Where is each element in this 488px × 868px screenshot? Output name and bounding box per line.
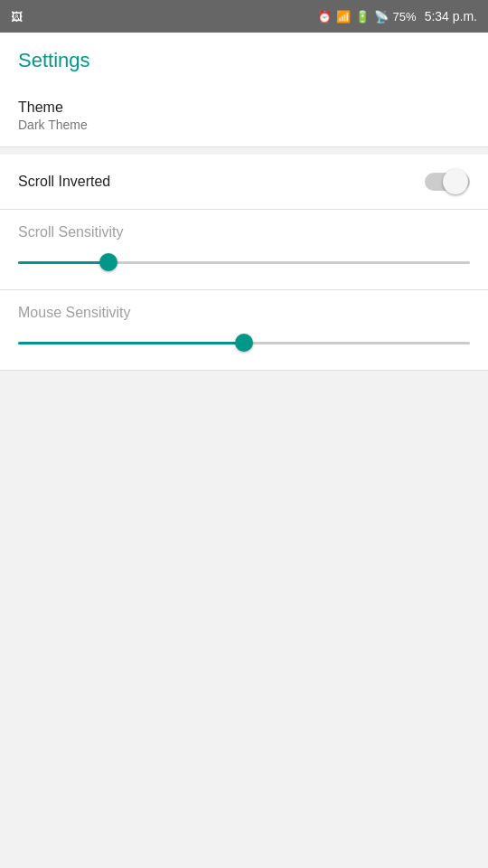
- battery-percent: 75%: [393, 10, 417, 24]
- scroll-inverted-row: Scroll Inverted: [0, 155, 488, 210]
- theme-section[interactable]: Theme Dark Theme: [0, 85, 488, 147]
- image-icon: 🖼: [11, 10, 23, 24]
- theme-value: Dark Theme: [18, 118, 470, 132]
- mouse-sensitivity-track-fill: [18, 342, 244, 344]
- mouse-sensitivity-slider-container: [18, 334, 470, 352]
- status-bar: 🖼 ⏰ 📶 🔋 📡 75% 5:34 p.m.: [0, 0, 488, 33]
- toggle-thumb: [443, 169, 468, 194]
- status-time: 5:34 p.m.: [425, 9, 477, 24]
- scroll-sensitivity-slider-container: [18, 253, 470, 271]
- status-right-icons: ⏰ 📶 🔋 📡 75% 5:34 p.m.: [317, 9, 477, 24]
- mouse-sensitivity-label: Mouse Sensitivity: [18, 305, 470, 321]
- app-bar: Settings: [0, 33, 488, 85]
- theme-label: Theme: [18, 99, 470, 116]
- scroll-inverted-toggle[interactable]: [425, 169, 470, 194]
- scroll-sensitivity-thumb[interactable]: [99, 253, 117, 271]
- status-left-icons: 🖼: [11, 10, 23, 24]
- theme-item[interactable]: Theme Dark Theme: [0, 85, 488, 146]
- scroll-sensitivity-track-fill: [18, 261, 108, 264]
- alarm-icon: ⏰: [317, 10, 332, 24]
- mouse-sensitivity-row: Mouse Sensitivity: [0, 290, 488, 371]
- page-title: Settings: [18, 49, 470, 72]
- signal-icon: 📡: [374, 10, 389, 24]
- scroll-inverted-label: Scroll Inverted: [18, 174, 110, 190]
- scroll-sensitivity-label: Scroll Sensitivity: [18, 224, 470, 241]
- wifi-icon: 📶: [336, 10, 351, 24]
- section-divider-1: [0, 147, 488, 155]
- mouse-sensitivity-thumb[interactable]: [235, 334, 253, 352]
- battery-1-icon: 🔋: [355, 10, 370, 24]
- scroll-sensitivity-row: Scroll Sensitivity: [0, 210, 488, 290]
